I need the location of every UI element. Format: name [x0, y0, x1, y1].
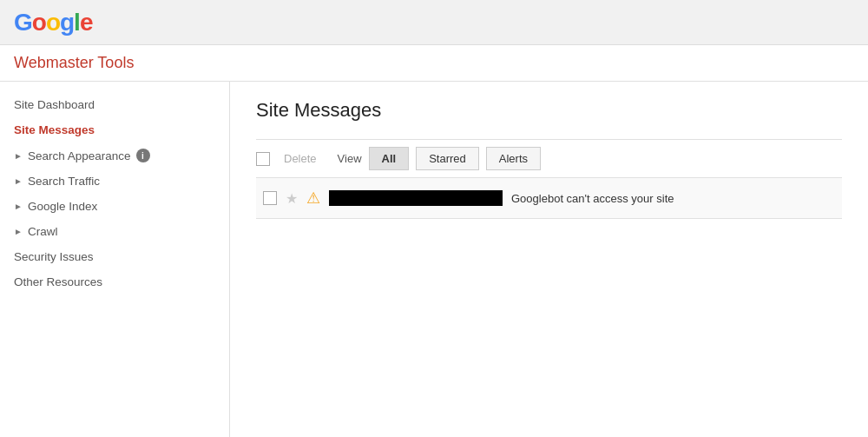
sidebar-item-other-resources[interactable]: Other Resources — [0, 269, 229, 295]
logo-letter-l: l — [74, 9, 80, 36]
logo-letter-g: G — [14, 9, 32, 36]
messages-toolbar: Delete View All Starred Alerts — [256, 139, 842, 178]
google-logo: Google — [14, 9, 92, 36]
tab-all[interactable]: All — [369, 147, 410, 170]
chevron-right-icon: ► — [14, 151, 23, 161]
app-title: Webmaster Tools — [14, 54, 134, 71]
logo-letter-e: e — [80, 9, 93, 36]
logo-letter-g2: g — [60, 9, 74, 36]
header: Google — [0, 0, 868, 45]
sidebar: Site Dashboard Site Messages ► Search Ap… — [0, 82, 230, 437]
message-text: Googlebot can't access your site — [511, 192, 674, 205]
main-content: Site Messages Delete View All Starred Al… — [230, 82, 868, 437]
message-row: ★ ⚠ Googlebot can't access your site — [256, 178, 842, 219]
view-label: View — [338, 152, 362, 165]
star-icon[interactable]: ★ — [286, 190, 298, 207]
warning-icon: ⚠ — [306, 189, 320, 208]
logo-letter-o2: o — [46, 9, 60, 36]
sidebar-item-security-issues[interactable]: Security Issues — [0, 244, 229, 269]
tab-starred[interactable]: Starred — [416, 147, 479, 170]
app-title-bar: Webmaster Tools — [0, 45, 868, 82]
info-icon: i — [136, 149, 150, 162]
sidebar-item-label: Security Issues — [14, 250, 94, 263]
chevron-right-icon: ► — [14, 176, 23, 186]
message-subject-redacted — [329, 190, 503, 206]
sidebar-item-site-dashboard[interactable]: Site Dashboard — [0, 92, 229, 117]
page-title: Site Messages — [256, 99, 842, 122]
sidebar-item-label: Google Index — [28, 200, 97, 213]
sidebar-item-search-appearance[interactable]: ► Search Appearance i — [0, 142, 229, 169]
chevron-right-icon: ► — [14, 202, 23, 211]
select-all-checkbox[interactable] — [256, 152, 270, 166]
logo-letter-o1: o — [32, 9, 46, 36]
sidebar-item-label: Site Dashboard — [14, 98, 95, 111]
sidebar-item-label: Other Resources — [14, 275, 102, 288]
sidebar-item-site-messages[interactable]: Site Messages — [0, 117, 229, 142]
sidebar-item-search-traffic[interactable]: ► Search Traffic — [0, 169, 229, 194]
sidebar-item-label: Search Appearance — [28, 149, 131, 162]
delete-button[interactable]: Delete — [277, 149, 324, 169]
sidebar-item-google-index[interactable]: ► Google Index — [0, 194, 229, 219]
sidebar-item-label: Search Traffic — [28, 175, 100, 188]
layout: Site Dashboard Site Messages ► Search Ap… — [0, 82, 868, 437]
message-checkbox[interactable] — [263, 191, 277, 205]
sidebar-item-crawl[interactable]: ► Crawl — [0, 219, 229, 244]
tab-alerts[interactable]: Alerts — [486, 147, 541, 170]
chevron-right-icon: ► — [14, 227, 23, 236]
sidebar-item-label: Site Messages — [14, 123, 95, 136]
sidebar-item-label: Crawl — [28, 225, 58, 238]
